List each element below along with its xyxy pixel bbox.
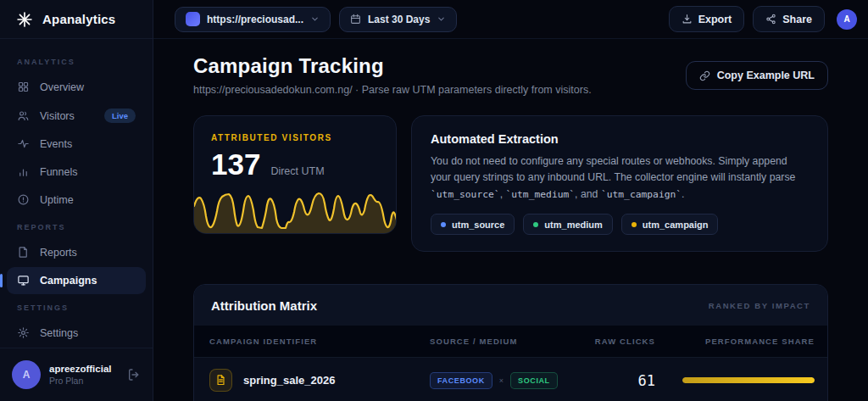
gear-icon: [17, 326, 31, 340]
brand: Apanalytics: [0, 0, 153, 39]
tag-dot-icon: [441, 222, 446, 227]
sidebar-item-visitors[interactable]: VisitorsLive: [7, 102, 146, 130]
page-title: Campaign Tracking: [193, 54, 592, 78]
chevron-down-icon: [310, 14, 320, 24]
tag-dot-icon: [632, 222, 637, 227]
utm-code-token: `utm_source`: [431, 189, 500, 200]
campaign-identifier: spring_sale_2026: [243, 374, 335, 387]
visitors-sparkline: [194, 182, 397, 233]
sidebar-item-label: Reports: [40, 247, 77, 259]
link-icon: [699, 70, 710, 81]
sidebar-item-events[interactable]: Events: [7, 131, 146, 158]
alert-circle-icon: [17, 193, 31, 207]
table-row[interactable]: spring_sale_2026FACEBOOK×SOCIAL61: [194, 357, 827, 401]
grid-icon: [17, 81, 31, 94]
export-label: Export: [698, 14, 732, 25]
matrix-title: Attribution Matrix: [211, 298, 317, 313]
file-text-icon: [209, 369, 232, 392]
share-icon: [765, 14, 776, 25]
sidebar-item-funnels[interactable]: Funnels: [7, 159, 146, 186]
column-header: SOURCE / MEDIUM: [430, 337, 582, 346]
sidebar-item-label: Overview: [40, 81, 84, 93]
user-avatar: A: [12, 360, 41, 389]
body-text: .: [682, 188, 684, 200]
sidebar-nav: ANALYTICSOverviewVisitorsLiveEventsFunne…: [0, 39, 153, 348]
sidebar-item-uptime[interactable]: Uptime: [7, 187, 146, 214]
nav-section-label: SETTINGS: [7, 295, 146, 319]
stat-label: ATTRIBUTED VISITORS: [211, 133, 379, 142]
content-area: Campaign Tracking https://preciousadedok…: [153, 39, 868, 401]
attributed-visitors-card: ATTRIBUTED VISITORS 137 Direct UTM: [193, 115, 397, 234]
site-selector[interactable]: https://preciousad...: [175, 7, 331, 32]
page-subtitle: https://preciousadedokun.com.ng/ · Parse…: [193, 84, 592, 96]
sidebar-item-settings[interactable]: Settings: [7, 320, 146, 347]
live-badge: Live: [104, 109, 136, 123]
sidebar-item-label: Visitors: [40, 110, 75, 122]
export-button[interactable]: Export: [669, 6, 745, 32]
share-button[interactable]: Share: [753, 6, 825, 32]
activity-icon: [17, 137, 31, 151]
utm-tag-utm_campaign: utm_campaign: [621, 214, 719, 235]
calendar-icon: [350, 14, 361, 25]
column-header: PERFORMANCE SHARE: [670, 337, 815, 346]
app-window: Apanalytics ANALYTICSOverviewVisitorsLiv…: [0, 0, 868, 401]
table-header-row: CAMPAIGN IDENTIFIER SOURCE / MEDIUM RAW …: [194, 326, 827, 357]
utm-tags: utm_sourceutm_mediumutm_campaign: [431, 214, 809, 235]
extraction-title: Automated Extraction: [431, 132, 809, 146]
brand-name: Apanalytics: [42, 12, 115, 26]
sidebar-item-label: Events: [40, 138, 72, 150]
share-label: Share: [782, 14, 812, 25]
sidebar: Apanalytics ANALYTICSOverviewVisitorsLiv…: [0, 0, 153, 401]
column-header: RAW CLICKS: [582, 337, 670, 346]
sidebar-item-overview[interactable]: Overview: [7, 74, 146, 101]
download-icon: [682, 14, 693, 25]
sidebar-item-label: Funnels: [40, 166, 77, 178]
performance-share-fill: [682, 377, 815, 383]
tag-label: utm_source: [452, 220, 504, 230]
utm-code-token: `utm_campaign`: [601, 189, 682, 200]
topbar: https://preciousad... Last 30 Days: [153, 0, 868, 39]
sidebar-item-label: Campaigns: [40, 275, 97, 287]
date-range-selector[interactable]: Last 30 Days: [339, 7, 457, 32]
matrix-meta: RANKED BY IMPACT: [709, 301, 810, 310]
main-pane: https://preciousad... Last 30 Days: [153, 0, 868, 401]
sidebar-item-campaigns[interactable]: Campaigns: [7, 267, 146, 294]
nav-section-label: ANALYTICS: [7, 49, 146, 73]
asterisk-logo-icon: [15, 10, 34, 29]
nav-section-label: REPORTS: [7, 214, 146, 238]
body-text: , and: [575, 188, 601, 200]
performance-share-bar: [682, 377, 815, 383]
date-range-value: Last 30 Days: [368, 14, 430, 25]
medium-badge: SOCIAL: [510, 372, 558, 389]
utm-code-token: `utm_medium`: [505, 189, 575, 200]
account-avatar[interactable]: A: [837, 9, 857, 30]
user-plan: Pro Plan: [49, 376, 112, 386]
column-header: CAMPAIGN IDENTIFIER: [209, 337, 430, 346]
source-badge: FACEBOOK: [430, 372, 492, 389]
extraction-body: You do not need to configure any special…: [431, 153, 809, 203]
logout-icon[interactable]: [127, 368, 141, 382]
sidebar-item-label: Settings: [40, 327, 78, 339]
utm-tag-utm_medium: utm_medium: [523, 214, 612, 235]
sidebar-item-reports[interactable]: Reports: [7, 239, 146, 266]
utm-tag-utm_source: utm_source: [431, 214, 515, 235]
attribution-matrix: Attribution Matrix RANKED BY IMPACT CAMP…: [193, 284, 828, 401]
stat-value: 137: [211, 149, 260, 179]
chevron-down-icon: [437, 14, 446, 24]
tag-dot-icon: [533, 222, 538, 227]
copy-example-url-button[interactable]: Copy Example URL: [686, 61, 828, 90]
bar-chart-icon: [17, 165, 31, 179]
table-body: spring_sale_2026FACEBOOK×SOCIAL61product…: [194, 357, 827, 401]
body-text: You do not need to configure any special…: [431, 155, 795, 183]
site-selector-value: https://preciousad...: [207, 14, 303, 25]
raw-clicks-value: 61: [582, 372, 670, 389]
copy-example-url-label: Copy Example URL: [717, 70, 815, 81]
user-card: A apreezofficial Pro Plan: [0, 348, 153, 401]
stat-sublabel: Direct UTM: [270, 165, 324, 177]
users-icon: [17, 109, 31, 123]
user-name: apreezofficial: [49, 364, 112, 374]
automated-extraction-card: Automated Extraction You do not need to …: [411, 115, 828, 252]
sidebar-item-label: Uptime: [40, 194, 74, 206]
tag-label: utm_campaign: [643, 220, 709, 230]
page-header: Campaign Tracking https://preciousadedok…: [193, 54, 828, 96]
